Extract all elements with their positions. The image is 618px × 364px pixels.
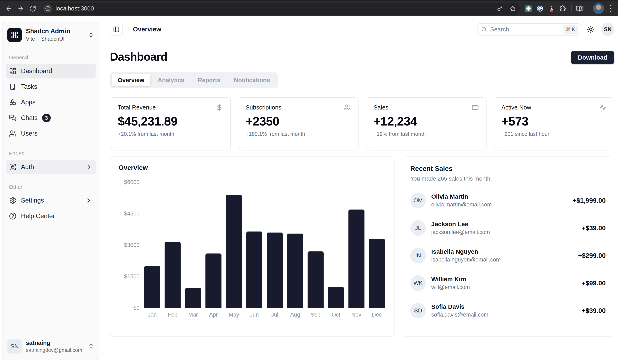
- tab-bar: Overview Analytics Reports Notifications: [110, 72, 278, 88]
- bar-aug: [287, 234, 303, 308]
- stat-note: +20.1% from last month: [118, 131, 223, 137]
- user-email: satnaingdev@gmail.com: [26, 347, 82, 353]
- bar-slot: Nov: [348, 182, 365, 308]
- credit-card-icon: [472, 104, 479, 111]
- sidebar-toggle-button[interactable]: [110, 23, 123, 36]
- users-icon: [344, 104, 351, 111]
- sidebar-user-menu[interactable]: SN satnaing satnaingdev@gmail.com: [6, 337, 96, 356]
- lock-access-icon: [9, 163, 16, 171]
- address-bar[interactable]: localhost:3000: [41, 3, 520, 14]
- search-input[interactable]: [490, 26, 560, 33]
- extension-lighthouse-icon[interactable]: [546, 3, 557, 14]
- password-key-icon[interactable]: [495, 4, 505, 13]
- sale-email: sofia.davis@email.com: [431, 312, 488, 318]
- sidebar-item-help-center[interactable]: Help Center: [6, 209, 96, 223]
- list-item: IN Isabella Nguyen isabella.nguyen@email…: [410, 248, 606, 263]
- stat-cards: Total Revenue $45,231.89 +20.1% from las…: [110, 97, 614, 150]
- forward-icon[interactable]: [15, 3, 26, 14]
- sale-amount: +$1,999.00: [573, 197, 606, 204]
- bar-sep: [308, 251, 324, 308]
- breadcrumb: Overview: [133, 26, 161, 33]
- bar-slot: Apr: [205, 182, 222, 308]
- topbar: Overview ⌘ K SN: [110, 16, 614, 43]
- site-info-icon[interactable]: [43, 4, 53, 13]
- sidebar-item-chats[interactable]: Chats 3: [6, 111, 96, 125]
- page-header: Dashboard Download: [110, 51, 614, 64]
- users-icon: [9, 130, 16, 137]
- extensions-puzzle-icon[interactable]: [558, 3, 568, 14]
- avatar: JL: [410, 220, 426, 236]
- search-icon: [481, 26, 487, 32]
- team-subtitle: Vite + ShadcnUI: [26, 36, 70, 42]
- sidebar-group-pages: Pages: [9, 150, 96, 157]
- team-name: Shadcn Admin: [26, 28, 70, 35]
- y-tick: $6000: [124, 179, 140, 185]
- browser-menu-icon[interactable]: [606, 5, 615, 12]
- theme-toggle-button[interactable]: [585, 24, 596, 35]
- bar-slot: May: [226, 182, 242, 308]
- tab-reports[interactable]: Reports: [192, 74, 227, 86]
- reload-icon[interactable]: [27, 3, 38, 14]
- tab-analytics[interactable]: Analytics: [152, 74, 190, 86]
- back-icon[interactable]: [3, 3, 14, 14]
- y-tick: $3000: [124, 242, 140, 248]
- profile-avatar[interactable]: SN: [601, 23, 614, 36]
- stat-card-active-now: Active Now +573 +201 since last hour: [494, 97, 615, 150]
- bar-oct: [328, 287, 344, 308]
- sale-amount: +$39.00: [582, 224, 606, 232]
- sale-name: Jackson Lee: [431, 221, 490, 228]
- search-box[interactable]: ⌘ K: [477, 23, 580, 36]
- stat-title: Active Now: [501, 104, 531, 111]
- sidebar-item-apps[interactable]: Apps: [6, 95, 96, 110]
- panel-left-icon: [113, 26, 119, 33]
- sidebar-item-users[interactable]: Users: [6, 126, 96, 141]
- x-tick: Dec: [360, 312, 393, 318]
- avatar: WK: [410, 275, 426, 291]
- tab-overview[interactable]: Overview: [112, 74, 150, 86]
- sale-amount: +$39.00: [582, 307, 606, 314]
- sidebar-item-label: Tasks: [21, 83, 37, 90]
- bottom-panels: Overview $6000$4500$3000$1500$0 JanFebMa…: [110, 156, 614, 337]
- stat-note: +180.1% from last month: [246, 131, 351, 137]
- user-name: satnaing: [26, 339, 82, 346]
- list-item: SD Sofia Davis sofia.davis@email.com +$3…: [410, 303, 606, 318]
- reading-list-icon[interactable]: [574, 3, 585, 14]
- messages-icon: [9, 114, 16, 122]
- bar-slot: Dec: [368, 182, 385, 308]
- bar-slot: Jul: [266, 182, 283, 308]
- sidebar-item-tasks[interactable]: Tasks: [6, 79, 96, 94]
- tab-notifications[interactable]: Notifications: [228, 74, 276, 86]
- avatar: SD: [410, 303, 426, 318]
- avatar: OM: [410, 193, 426, 208]
- topbar-divider: [128, 26, 128, 33]
- team-switcher[interactable]: Shadcn Admin Vite + ShadcnUI: [6, 26, 96, 44]
- extension-teal-icon[interactable]: [523, 3, 534, 14]
- download-button[interactable]: Download: [571, 51, 614, 64]
- bar-dec: [369, 239, 385, 308]
- app-shell: Shadcn Admin Vite + ShadcnUI General Das…: [0, 16, 618, 364]
- sidebar-item-label: Settings: [21, 197, 44, 204]
- sale-amount: +$99.00: [582, 279, 606, 287]
- recent-sales-title: Recent Sales: [410, 165, 606, 172]
- sidebar-item-settings[interactable]: Settings: [6, 193, 96, 208]
- stat-value: $45,231.89: [118, 114, 223, 128]
- bar-chart-bars: JanFebMarAprMayJunJulAugSepOctNovDec: [143, 182, 386, 308]
- chart-title: Overview: [118, 164, 386, 171]
- user-avatar: SN: [7, 339, 22, 353]
- sidebar-item-auth[interactable]: Auth: [6, 160, 96, 174]
- sidebar-group-other: Other: [9, 184, 96, 190]
- packages-icon: [9, 99, 16, 106]
- bar-slot: Aug: [287, 182, 303, 308]
- sun-icon: [587, 26, 594, 33]
- dollar-icon: [216, 104, 223, 111]
- help-circle-icon: [9, 212, 16, 220]
- sidebar-item-dashboard[interactable]: Dashboard: [6, 64, 96, 78]
- toolbar-divider: [571, 5, 572, 13]
- browser-profile-avatar[interactable]: [592, 3, 605, 14]
- sale-name: Sofia Davis: [431, 303, 488, 310]
- sale-name: Isabella Nguyen: [431, 248, 501, 255]
- command-icon: [7, 28, 22, 42]
- extension-password-manager-icon[interactable]: [535, 3, 545, 14]
- bar-slot: Feb: [164, 182, 181, 308]
- bookmark-star-icon[interactable]: [508, 4, 518, 13]
